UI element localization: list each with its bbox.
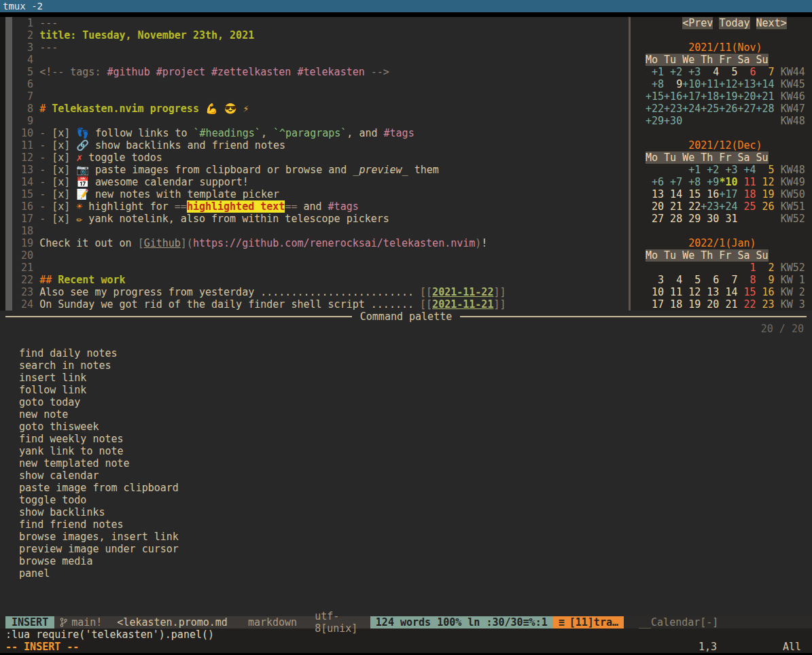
palette-title: Command palette <box>360 311 452 323</box>
checkbox-checked[interactable]: [x] <box>52 164 70 176</box>
text-run <box>646 139 688 152</box>
checkbox-checked[interactable]: [x] <box>52 127 70 139</box>
calendar-days[interactable]: 6 <box>737 66 756 78</box>
note-link-2021-11-21[interactable]: 2021-11-21 <box>432 298 493 311</box>
calendar-days[interactable]: 22 <box>737 298 756 311</box>
checkbox-checked[interactable]: [x] <box>52 200 70 213</box>
palette-item[interactable]: goto today <box>7 396 812 408</box>
calendar-line: +8 9+10+11+12+13+14 KW45 <box>646 78 812 90</box>
calendar-days[interactable]: 15 <box>737 286 756 298</box>
tag-telekasten: #telekasten <box>297 66 364 78</box>
calendar-days[interactable]: 18 <box>737 188 756 200</box>
editor-window[interactable]: 1 --- 2 title: Tuesday, November 23th, 2… <box>12 17 631 311</box>
calendar-days[interactable]: 4 5 <box>701 66 737 78</box>
calendar-days[interactable]: 9 <box>664 78 682 90</box>
week-number: KW48 <box>781 164 805 176</box>
palette-item[interactable]: preview image under cursor <box>7 543 812 555</box>
calendar-days[interactable]: 5 <box>756 164 775 176</box>
calendar-days[interactable]: 17 18 19 20 21 <box>646 298 737 311</box>
calendar-days[interactable]: +23+24 <box>701 200 737 213</box>
prev-button[interactable]: <Prev <box>682 17 713 29</box>
text-run: them <box>408 164 439 176</box>
palette-item[interactable]: find daily notes <box>7 347 812 359</box>
calendar-days[interactable]: 7 <box>756 66 775 78</box>
calendar-days[interactable]: +29+30 <box>646 115 682 127</box>
calendar-days[interactable]: 3 4 5 6 7 <box>646 274 737 286</box>
text-run <box>682 115 781 127</box>
calendar-days[interactable]: +1 +2 +3 +4 <box>682 164 756 176</box>
palette-item[interactable]: browse media <box>7 555 812 567</box>
calendar-days[interactable]: 9 <box>756 274 775 286</box>
mode-message-line: -- INSERT -- 1,3 All <box>0 641 812 653</box>
git-branch[interactable]: main! <box>71 616 102 629</box>
checkbox-checked[interactable]: [x] <box>52 152 70 164</box>
palette-item[interactable]: show backlinks <box>7 506 812 518</box>
calendar-days[interactable]: +1 +2 +3 <box>646 66 701 78</box>
calendar-days[interactable]: +10+11+12+13+14 <box>682 78 774 90</box>
note-link-2021-11-22[interactable]: 2021-11-22 <box>432 286 493 298</box>
calendar-days[interactable]: 23 <box>756 298 775 311</box>
calendar-days[interactable]: 1 <box>737 262 756 274</box>
calendar-days[interactable]: 13 14 15 16 <box>646 188 719 200</box>
calendar-window[interactable]: <Prev Today Next> 2021/11(Nov)Mo Tu We T… <box>631 17 812 311</box>
editor-line: 2 title: Tuesday, November 23th, 2021 <box>15 29 631 41</box>
calendar-days[interactable]: +6 +7 +8 +9 <box>646 176 719 188</box>
next-button[interactable]: Next> <box>756 17 787 29</box>
buffers-label: [11]tra… <box>569 616 618 629</box>
line-number: 19 <box>15 237 39 249</box>
command-line[interactable]: :lua require('telekasten').panel() <box>0 629 812 641</box>
calendar-days[interactable]: 26 <box>756 200 775 213</box>
calendar-days[interactable]: 20 21 22 <box>646 200 701 213</box>
filename[interactable]: <lekasten.promo.md <box>117 616 228 629</box>
buffers-segment[interactable]: ≡[11]tra… <box>553 616 624 629</box>
palette-item[interactable]: show calendar <box>7 470 812 482</box>
checkbox-checked[interactable]: [x] <box>52 188 70 200</box>
palette-selected-item[interactable]: >find notes <box>7 335 812 347</box>
calendar-days[interactable]: +8 <box>646 78 664 90</box>
scrollbar[interactable] <box>5 17 12 311</box>
calendar-days[interactable]: 25 <box>737 200 756 213</box>
checkbox-checked[interactable]: [x] <box>52 176 70 188</box>
text-run: toggle todos <box>82 152 162 164</box>
text-run <box>775 188 781 200</box>
calendar-days[interactable]: +17 <box>719 188 737 200</box>
text-run <box>70 213 76 225</box>
palette-item[interactable]: new templated note <box>7 457 812 470</box>
github-link[interactable]: Github <box>144 237 181 249</box>
calendar-days[interactable]: +22+23+24+25+26+27+28 <box>646 103 775 115</box>
calendar-days[interactable]: 19 <box>756 188 775 200</box>
palette-item[interactable]: find friend notes <box>7 518 812 531</box>
text-run: - <box>39 139 52 152</box>
line-number: 18 <box>15 225 39 237</box>
palette-item[interactable]: goto thisweek <box>7 421 812 433</box>
muscle-sunglasses-zap-emojis: 💪 😎 ⚡ <box>205 103 249 115</box>
palette-item[interactable]: toggle todo <box>7 494 812 506</box>
palette-item[interactable]: paste image from clipboard <box>7 482 812 494</box>
calendar-days[interactable]: 16 <box>756 286 775 298</box>
today-marker[interactable]: *10 <box>719 176 737 188</box>
calendar-days[interactable]: +15+16+17+18+19+20+21 <box>646 90 775 103</box>
palette-item[interactable]: browse images, insert link <box>7 531 812 543</box>
calendar-days[interactable]: 11 <box>737 176 756 188</box>
calendar-days[interactable]: 2 <box>756 262 775 274</box>
editor-line: 12 - [x] ✗ toggle todos <box>15 152 631 164</box>
calendar-days[interactable]: 10 11 12 13 14 <box>646 286 737 298</box>
palette-prompt[interactable]: > 20 / 20 <box>7 323 812 335</box>
result-counter: 20 / 20 <box>761 323 804 335</box>
palette-item[interactable]: yank link to note <box>7 445 812 457</box>
today-button[interactable]: Today <box>719 17 749 29</box>
calendar-line: 3 4 5 6 7 8 9 KW 1 <box>646 274 812 286</box>
calendar-days[interactable]: 12 <box>756 176 775 188</box>
checkbox-checked[interactable]: [x] <box>52 213 70 225</box>
calendar-days[interactable]: 8 <box>737 274 756 286</box>
palette-item[interactable]: search in notes <box>7 359 812 372</box>
palette-item[interactable]: new note <box>7 408 812 421</box>
palette-item[interactable]: follow link <box>7 384 812 396</box>
palette-item[interactable]: find weekly notes <box>7 433 812 445</box>
checkbox-checked[interactable]: [x] <box>52 139 70 152</box>
palette-item[interactable]: insert link <box>7 372 812 384</box>
palette-item[interactable]: panel <box>7 567 812 580</box>
calendar-days[interactable]: 27 28 29 30 31 <box>646 213 737 225</box>
file-encoding: utf-8[unix] <box>315 610 370 635</box>
github-url[interactable]: https://github.com/renerocksai/telekaste… <box>193 237 475 249</box>
